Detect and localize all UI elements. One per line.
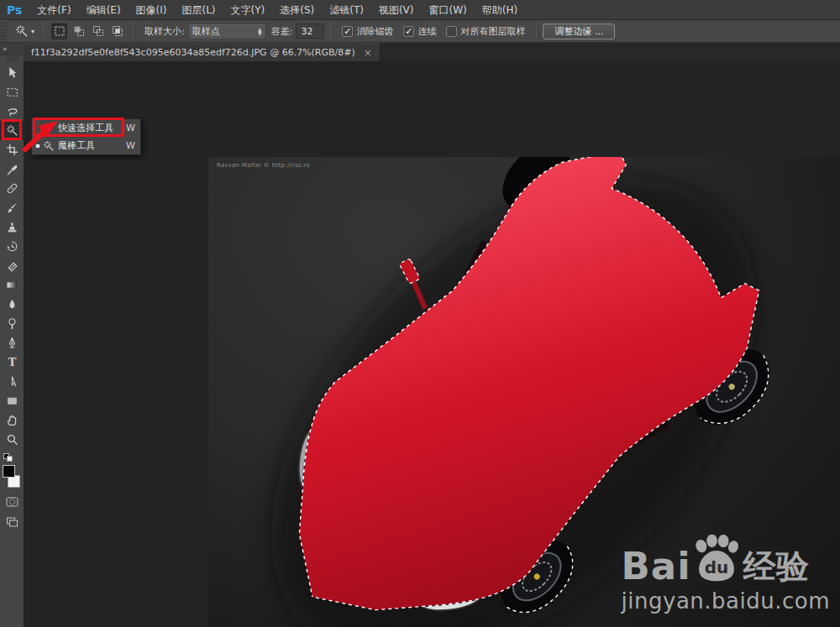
contiguous-label: 连续 [417, 25, 436, 38]
clone-stamp-tool-icon [6, 221, 18, 233]
clone-stamp-tool[interactable] [0, 217, 24, 237]
document-tab-bar: f11f3a292df5e0fe8f543c095e6034a85edf726d… [24, 43, 840, 61]
foreground-color-swatch[interactable] [3, 465, 15, 478]
menu-type[interactable]: 文字(Y) [223, 0, 273, 20]
flyout-item-label: 快速选择工具 [58, 122, 126, 134]
eraser-tool[interactable] [0, 256, 24, 275]
flyout-item-quick-selection-tool[interactable]: 快速选择工具 W [32, 119, 140, 137]
magic-wand-preset-icon [15, 24, 29, 38]
blur-tool[interactable] [0, 295, 24, 314]
dodge-tool[interactable] [0, 314, 24, 333]
new-selection-button[interactable] [51, 24, 67, 39]
menu-image[interactable]: 图像(I) [129, 0, 175, 20]
dodge-tool-icon [6, 317, 18, 330]
pen-tool[interactable] [0, 333, 24, 353]
menu-select[interactable]: 选择(S) [272, 0, 322, 20]
blur-tool-icon [6, 298, 18, 311]
quick-mask-icon [5, 496, 19, 508]
flyout-item-magic-wand-tool[interactable]: ▪ 魔棒工具 W [32, 137, 140, 154]
quick-selection-tool-icon [42, 123, 55, 134]
magic-wand-tool-icon [42, 140, 55, 152]
pen-tool-icon [6, 337, 18, 349]
shortcut-key: W [126, 140, 135, 151]
tolerance-input[interactable] [296, 24, 324, 39]
selected-tool-bullet: ▪ [35, 142, 42, 149]
tool-flyout-menu: 快速选择工具 W ▪ 魔棒工具 W [31, 118, 141, 155]
healing-brush-tool-icon [6, 182, 18, 195]
jingyan-logo-text: 经验 [743, 550, 809, 583]
collapse-panel-button[interactable]: » [0, 43, 24, 55]
subtract-from-selection-button[interactable] [90, 24, 106, 39]
gradient-tool-icon [6, 279, 18, 291]
sample-size-value: 取样点 [192, 25, 258, 38]
document-tab[interactable]: f11f3a292df5e0fe8f543c095e6034a85edf726d… [24, 43, 381, 61]
move-tool[interactable] [0, 63, 24, 82]
magic-wand-tool[interactable] [0, 121, 24, 140]
options-grip[interactable] [0, 20, 7, 42]
type-tool-icon [6, 356, 18, 368]
photoshop-logo: Ps [0, 3, 29, 17]
close-icon[interactable]: × [364, 47, 372, 59]
quick-mask-button[interactable] [0, 492, 24, 512]
tool-options-bar: ▾ 取样大小: 取样点 ▲▼ 容差: ✓ 消除锯齿 ✓ 连续 对所有图层取样 调… [0, 20, 840, 43]
jingyan-url-text: jingyan.baidu.com [622, 588, 830, 614]
lasso-tool[interactable] [0, 102, 24, 121]
default-colors-button[interactable] [0, 452, 24, 463]
menu-window[interactable]: 窗口(W) [422, 0, 475, 20]
menu-layer[interactable]: 图层(L) [174, 0, 223, 20]
marquee-tool[interactable] [0, 82, 24, 102]
screen-mode-button[interactable] [0, 512, 24, 532]
panel-grip [5, 56, 18, 62]
shape-tool[interactable] [0, 391, 24, 410]
flyout-item-label: 魔棒工具 [58, 139, 126, 152]
menu-file[interactable]: 文件(F) [29, 0, 78, 20]
type-tool[interactable] [0, 353, 24, 372]
sample-all-layers-label: 对所有图层取样 [460, 25, 525, 38]
lasso-tool-icon [6, 105, 18, 118]
document-canvas[interactable]: Razvan Maftei © http://raz.ro [208, 157, 840, 627]
zoom-tool-icon [6, 433, 18, 446]
document-title: f11f3a292df5e0fe8f543c095e6034a85edf726d… [31, 47, 355, 58]
menu-bar: Ps 文件(F) 编辑(E) 图像(I) 图层(L) 文字(Y) 选择(S) 滤… [0, 0, 840, 20]
sample-all-layers-checkbox[interactable]: 对所有图层取样 [446, 25, 525, 38]
refine-edge-button[interactable]: 调整边缘 ... [543, 24, 615, 39]
sample-size-label: 取样大小: [144, 25, 185, 38]
brush-tool[interactable] [0, 198, 24, 217]
eyedropper-tool-icon [6, 163, 18, 175]
crop-tool-icon [6, 144, 18, 156]
healing-brush-tool[interactable] [0, 179, 24, 198]
sample-size-dropdown[interactable]: 取样点 ▲▼ [188, 24, 266, 39]
menu-edit[interactable]: 编辑(E) [79, 0, 129, 20]
intersect-selection-button[interactable] [109, 24, 125, 39]
magic-wand-tool-icon [6, 124, 18, 137]
contiguous-checkbox[interactable]: ✓ 连续 [403, 25, 436, 38]
chevron-down-icon: ▾ [31, 28, 34, 35]
history-brush-tool[interactable] [0, 237, 24, 256]
dropdown-arrows-icon: ▲▼ [258, 27, 262, 35]
svg-text:du: du [704, 557, 728, 577]
hand-tool-icon [6, 414, 18, 426]
baidu-paw-icon: du [691, 535, 742, 583]
tools-panel: » [0, 43, 24, 627]
screen-mode-icon [5, 516, 19, 528]
zoom-tool[interactable] [0, 430, 24, 449]
checkbox-check-icon: ✓ [403, 26, 414, 37]
menu-view[interactable]: 视图(V) [371, 0, 422, 20]
menu-help[interactable]: 帮助(H) [475, 0, 525, 20]
crop-tool[interactable] [0, 140, 24, 159]
hand-tool[interactable] [0, 410, 24, 430]
anti-alias-checkbox[interactable]: ✓ 消除锯齿 [342, 25, 393, 38]
history-brush-tool-icon [6, 240, 18, 253]
double-arrow-icon: » [3, 44, 8, 53]
add-to-selection-button[interactable] [71, 24, 87, 39]
baidu-jingyan-watermark: Bai du 经验 jingyan.baidu.com [622, 535, 830, 614]
shortcut-key: W [126, 123, 135, 133]
menu-filter[interactable]: 滤镜(T) [322, 0, 371, 20]
shape-tool-icon [6, 394, 18, 407]
gradient-tool[interactable] [0, 275, 24, 295]
brush-tool-icon [6, 201, 18, 214]
path-selection-tool[interactable] [0, 372, 24, 391]
tool-preset-picker[interactable]: ▾ [13, 23, 37, 39]
eyedropper-tool[interactable] [0, 159, 24, 179]
checkbox-check-icon: ✓ [342, 26, 353, 37]
